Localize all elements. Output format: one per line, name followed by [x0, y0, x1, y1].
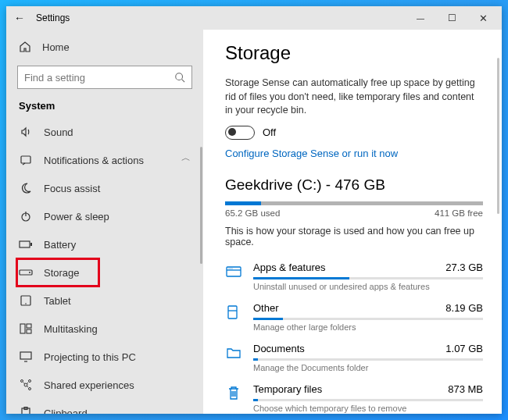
svg-point-18	[29, 388, 31, 390]
other-icon	[225, 304, 242, 321]
clipboard-icon	[19, 407, 33, 414]
sidebar-item-label: Sound	[44, 126, 73, 138]
svg-rect-26	[228, 306, 237, 319]
sidebar-item-sound[interactable]: Sound	[6, 118, 203, 146]
cat-sub: Uninstall unused or undesired apps & fea…	[253, 282, 483, 291]
svg-rect-12	[27, 324, 31, 328]
apps-icon	[225, 263, 242, 280]
sidebar-item-storage[interactable]: Storage	[6, 258, 203, 287]
svg-point-23	[228, 268, 229, 269]
moon-icon	[19, 182, 33, 194]
configure-link[interactable]: Configure Storage Sense or run it now	[225, 148, 483, 159]
sidebar: Home Find a setting System Sound Notific…	[6, 30, 203, 414]
svg-rect-14	[20, 352, 31, 359]
category-temp[interactable]: Temporary files873 MB Choose which tempo…	[225, 380, 483, 415]
svg-rect-5	[20, 241, 30, 247]
cat-size: 8.19 GB	[445, 302, 483, 314]
cat-sub: Manage the Documents folder	[253, 363, 483, 372]
battery-icon	[19, 238, 33, 251]
sidebar-item-label: Focus assist	[44, 183, 100, 194]
category-apps[interactable]: Apps & features27.3 GB Uninstall unused …	[225, 258, 483, 299]
drive-free-label: 411 GB free	[435, 208, 483, 218]
tablet-icon	[19, 294, 33, 307]
sidebar-item-clipboard[interactable]: Clipboard	[6, 399, 203, 414]
storage-icon	[19, 266, 33, 279]
sidebar-item-label: Clipboard	[44, 408, 88, 415]
drive-used-label: 65.2 GB used	[225, 208, 280, 218]
storage-sense-desc: Storage Sense can automatically free up …	[225, 77, 483, 118]
svg-rect-2	[21, 156, 30, 163]
sidebar-item-tablet[interactable]: Tablet	[6, 287, 203, 315]
cat-bar	[253, 318, 483, 320]
sidebar-item-notifications[interactable]: Notifications & actions	[6, 146, 203, 174]
main-content: Storage Storage Sense can automatically …	[203, 30, 502, 414]
documents-icon	[225, 344, 242, 361]
cat-name: Apps & features	[253, 262, 326, 273]
svg-rect-13	[27, 329, 31, 333]
sidebar-item-label: Power & sleep	[44, 211, 109, 222]
sidebar-item-projecting[interactable]: Projecting to this PC	[6, 343, 203, 371]
sidebar-item-battery[interactable]: Battery	[6, 230, 203, 258]
svg-point-17	[29, 380, 31, 383]
svg-point-24	[230, 268, 231, 269]
sidebar-item-focus[interactable]: Focus assist	[6, 174, 203, 202]
category-documents[interactable]: Documents1.07 GB Manage the Documents fo…	[225, 340, 483, 380]
search-input[interactable]: Find a setting	[17, 66, 192, 89]
minimize-button[interactable]: ―	[405, 6, 436, 30]
sidebar-item-label: Notifications & actions	[44, 155, 144, 166]
cat-name: Temporary files	[253, 383, 322, 395]
cat-size: 27.3 GB	[445, 262, 483, 273]
sidebar-item-label: Projecting to this PC	[44, 351, 136, 363]
category-other[interactable]: Other8.19 GB Manage other large folders	[225, 299, 483, 340]
close-button[interactable]: ✕	[467, 6, 499, 30]
cat-name: Other	[253, 302, 279, 314]
home-nav[interactable]: Home	[6, 36, 203, 58]
toggle-state-label: Off	[263, 126, 276, 138]
search-icon	[174, 72, 185, 83]
sound-icon	[19, 126, 33, 138]
nav-list: Sound Notifications & actions Focus assi…	[6, 118, 203, 414]
bell-icon	[19, 154, 33, 166]
home-icon	[19, 41, 31, 53]
svg-point-8	[29, 272, 30, 273]
cat-name: Documents	[253, 343, 305, 354]
svg-point-25	[231, 268, 232, 269]
sidebar-scrollbar[interactable]	[200, 147, 202, 264]
drive-usage-fill	[225, 201, 261, 205]
power-icon	[19, 210, 33, 222]
cat-sub: Manage other large folders	[253, 322, 483, 332]
cat-bar	[253, 358, 483, 361]
titlebar: ← Settings ― ☐ ✕	[6, 6, 502, 30]
settings-window: ← Settings ― ☐ ✕ Home Find a setting Sys…	[6, 6, 502, 414]
svg-rect-11	[20, 324, 25, 333]
drive-usage-bar	[225, 201, 483, 205]
drive-title: Geekdrive (C:) - 476 GB	[225, 176, 483, 194]
storage-sense-toggle[interactable]	[225, 126, 255, 140]
svg-point-10	[25, 303, 27, 304]
svg-point-16	[21, 380, 23, 383]
cat-sub: Choose which temporary files to remove	[253, 404, 483, 413]
project-icon	[19, 351, 33, 363]
home-label: Home	[42, 41, 70, 53]
svg-line-1	[182, 80, 185, 83]
maximize-button[interactable]: ☐	[436, 6, 467, 30]
sidebar-item-label: Tablet	[44, 295, 71, 307]
sidebar-item-shared[interactable]: Shared experiences	[6, 371, 203, 399]
cat-size: 1.07 GB	[445, 343, 483, 354]
sidebar-item-label: Storage	[44, 267, 80, 279]
cat-bar	[253, 277, 483, 279]
back-button[interactable]: ←	[14, 12, 25, 24]
cat-size: 873 MB	[448, 383, 483, 395]
sidebar-item-power[interactable]: Power & sleep	[6, 202, 203, 230]
sidebar-item-multitasking[interactable]: Multitasking	[6, 315, 203, 343]
sidebar-item-label: Multitasking	[44, 323, 98, 335]
svg-rect-6	[30, 243, 32, 246]
cat-bar	[253, 399, 483, 401]
search-placeholder: Find a setting	[24, 72, 174, 84]
svg-point-0	[176, 73, 183, 80]
chevron-up-icon[interactable]: ︿	[181, 151, 191, 165]
main-scrollbar[interactable]	[497, 58, 499, 214]
multitask-icon	[19, 322, 33, 335]
drive-desc: This is how your storage is used and how…	[225, 226, 483, 247]
trash-icon	[225, 385, 242, 402]
